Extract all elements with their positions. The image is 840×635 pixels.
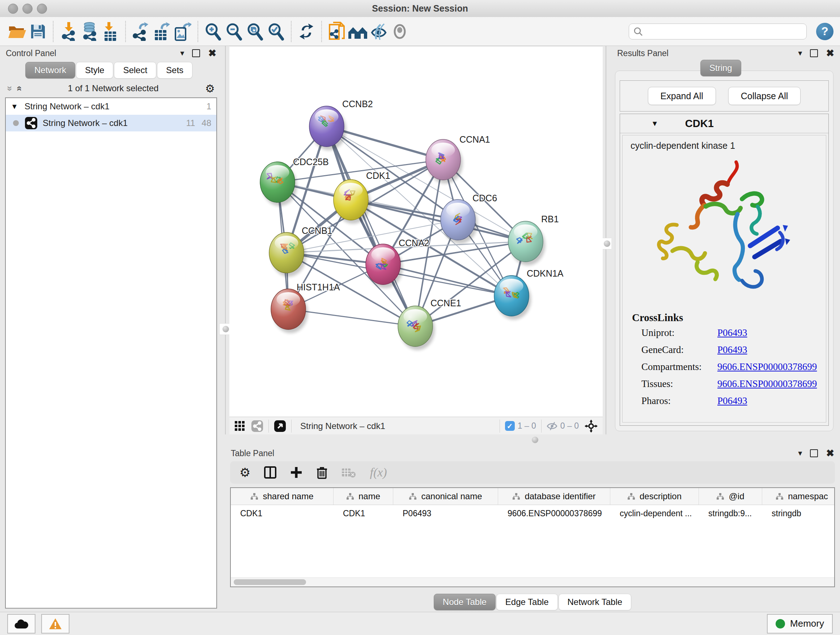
show-columns-icon[interactable] [264, 466, 276, 478]
table-cell[interactable]: CDK1 [333, 505, 393, 522]
export-network-icon [133, 22, 149, 41]
tab-edge-table[interactable]: Edge Table [496, 594, 558, 610]
uniprot-link[interactable]: P06493 [717, 327, 747, 339]
fit-selected-crosshair-icon[interactable] [584, 420, 598, 432]
horizontal-splitter-handle[interactable] [529, 435, 541, 445]
column-header-description[interactable]: description [610, 488, 699, 505]
hide-selected-button[interactable] [368, 21, 389, 42]
horizontal-splitter[interactable] [225, 434, 840, 446]
import-network-from-database-button[interactable] [79, 21, 100, 42]
tab-select[interactable]: Select [114, 62, 156, 79]
zoom-in-button[interactable] [202, 21, 224, 42]
close-panel-icon[interactable]: ✖ [826, 448, 834, 458]
tab-style[interactable]: Style [76, 62, 113, 79]
tissues-link[interactable]: 9606.ENSP00000378699 [717, 378, 817, 390]
float-panel-icon[interactable] [810, 449, 818, 457]
close-panel-icon[interactable]: ✖ [208, 49, 216, 58]
cloud-status-button[interactable] [7, 614, 35, 633]
table-cell[interactable]: CDK1 [231, 505, 333, 522]
table-cell[interactable]: stringdb:9... [699, 505, 762, 522]
scrollbar-thumb[interactable] [234, 579, 306, 585]
float-panel-icon[interactable] [810, 49, 818, 57]
section-expander-icon[interactable]: ▼ [651, 119, 658, 128]
column-header-canonical-name[interactable]: canonical name [393, 488, 498, 505]
selected-count-badge[interactable]: ✓ 1 – 0 [505, 421, 536, 431]
export-image-button[interactable] [172, 21, 193, 42]
network-row-selected[interactable]: String Network – cdk1 11 48 [6, 115, 216, 131]
panel-menu-icon[interactable]: ▾ [798, 49, 802, 57]
zoom-selected-region-button[interactable] [265, 21, 286, 42]
save-session-button[interactable] [27, 21, 49, 42]
tab-sets[interactable]: Sets [157, 62, 193, 79]
table-cell[interactable]: cyclin-dependent ... [610, 505, 699, 522]
delete-column-trash-icon[interactable] [316, 466, 328, 479]
show-all-button[interactable] [389, 21, 410, 42]
network-node-ccnb1[interactable] [269, 233, 306, 277]
network-node-cdc6[interactable] [441, 200, 477, 244]
table-cell[interactable]: stringdb [762, 505, 835, 522]
clone-network-button[interactable] [326, 21, 347, 42]
open-session-button[interactable] [6, 21, 27, 42]
help-button[interactable]: ? [816, 23, 834, 40]
node-table[interactable]: shared namenamecanonical namedatabase id… [230, 487, 835, 587]
export-table-button[interactable] [151, 21, 172, 42]
node-section-header[interactable]: ▼ CDK1 [620, 114, 829, 133]
network-node-rb1[interactable] [508, 221, 545, 265]
panel-menu-icon[interactable]: ▾ [798, 449, 802, 457]
table-cell[interactable]: P06493 [393, 505, 498, 522]
birds-eye-view-icon[interactable] [274, 420, 286, 432]
network-node-cdkn1a[interactable] [494, 276, 531, 320]
tab-network-table[interactable]: Network Table [559, 594, 632, 610]
show-welcome-screen-button[interactable] [347, 21, 368, 42]
tab-node-table[interactable]: Node Table [434, 594, 496, 610]
network-node-cdc25b[interactable] [260, 162, 297, 206]
network-node-ccna1[interactable] [426, 139, 463, 184]
tab-network[interactable]: Network [25, 62, 75, 79]
column-header-@id[interactable]: @id [699, 488, 762, 505]
collection-expander-icon[interactable]: ▼ [11, 103, 18, 111]
pharos-link[interactable]: P06493 [717, 395, 747, 407]
right-splitter[interactable] [603, 46, 611, 436]
float-panel-icon[interactable] [192, 49, 200, 57]
network-node-ccna2[interactable] [366, 244, 403, 288]
network-options-gear-icon[interactable]: ⚙ [205, 82, 215, 95]
network-view[interactable]: CCNB2CCNA1CDC25BCDK1CDC6RB1CCNB1CCNA2CDK… [229, 46, 603, 435]
hidden-count-badge[interactable]: 0 – 0 [546, 421, 579, 431]
network-collection-row[interactable]: ▼ String Network – cdk1 1 [6, 98, 216, 115]
grid-view-icon[interactable] [234, 421, 245, 432]
table-options-gear-icon[interactable]: ⚙ [240, 465, 250, 480]
column-header-database-identifier[interactable]: database identifier [498, 488, 610, 505]
table-row[interactable]: CDK1CDK1P064939606.ENSP00000378699cyclin… [231, 505, 834, 522]
network-node-cdk1[interactable] [333, 180, 370, 224]
network-node-hist1h1a[interactable] [271, 289, 308, 333]
apply-preferred-layout-button[interactable] [296, 21, 317, 42]
add-column-icon[interactable] [290, 466, 302, 478]
column-header-namespac[interactable]: namespac [762, 488, 835, 505]
network-edge[interactable] [327, 126, 415, 326]
tab-string[interactable]: String [700, 60, 741, 76]
table-cell[interactable]: 9606.ENSP00000378699 [498, 505, 610, 522]
column-header-name[interactable]: name [333, 488, 393, 505]
close-panel-icon[interactable]: ✖ [826, 49, 834, 58]
import-network-from-file-button[interactable] [58, 21, 79, 42]
expand-all-networks-icon[interactable]: » [13, 86, 24, 91]
search-input[interactable] [643, 27, 802, 36]
collapse-all-button[interactable]: Collapse All [728, 87, 801, 105]
expand-all-button[interactable]: Expand All [648, 87, 716, 105]
search-field[interactable] [629, 24, 807, 40]
import-table-from-file-button[interactable] [100, 21, 121, 42]
zoom-out-button[interactable] [224, 21, 245, 42]
network-node-ccne1[interactable] [398, 306, 435, 350]
zoom-fit-content-button[interactable] [245, 21, 265, 42]
memory-button[interactable]: Memory [767, 614, 833, 633]
genecard-link[interactable]: P06493 [717, 344, 747, 356]
network-node-ccnb2[interactable] [309, 106, 346, 150]
panel-menu-icon[interactable]: ▾ [180, 49, 184, 57]
export-network-button[interactable] [130, 21, 151, 42]
compartments-link[interactable]: 9606.ENSP00000378699 [717, 361, 817, 372]
column-header-shared-name[interactable]: shared name [231, 488, 333, 505]
warnings-button[interactable] [41, 614, 69, 633]
network-canvas[interactable]: CCNB2CCNA1CDC25BCDK1CDC6RB1CCNB1CCNA2CDK… [229, 46, 603, 417]
table-horizontal-scrollbar[interactable] [231, 578, 834, 586]
network-share-icon[interactable] [251, 420, 264, 432]
